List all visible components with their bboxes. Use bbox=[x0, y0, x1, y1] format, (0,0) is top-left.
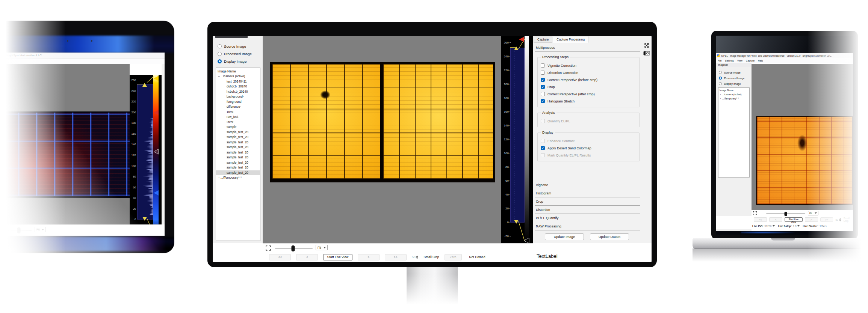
menu-settings[interactable]: Settings bbox=[725, 59, 734, 62]
live-setting-live-f-stop-[interactable]: Live f-stop:1.8 bbox=[778, 225, 800, 227]
accordion-crop[interactable]: Crop bbox=[535, 197, 640, 206]
chevron-right-icon[interactable]: › bbox=[216, 76, 222, 77]
spinner-arrows-icon[interactable] bbox=[416, 256, 418, 259]
tree-item[interactable]: duhdcb_20240 bbox=[216, 84, 260, 89]
transport-next-fast-button[interactable]: >> bbox=[820, 217, 833, 222]
tree-item[interactable]: difference- bbox=[216, 104, 260, 110]
update-dataset-button[interactable]: Update Dataet bbox=[590, 233, 629, 240]
transport-prev-button[interactable]: < bbox=[769, 217, 782, 222]
tree-item[interactable]: sample_test_20 bbox=[216, 150, 260, 155]
transport-next-button[interactable]: > bbox=[805, 217, 818, 222]
tree-item[interactable]: hcbeh,b_20240 bbox=[216, 89, 260, 95]
tree-root[interactable]: ›...\camera (active) bbox=[718, 92, 749, 96]
tree-item[interactable]: sample_test_20 bbox=[216, 145, 260, 150]
tree-item[interactable]: raw_test bbox=[216, 114, 260, 120]
transport-next-button[interactable]: > bbox=[358, 254, 380, 260]
update-image-button[interactable]: Update Image bbox=[545, 233, 584, 240]
checkbox-distortion-correction[interactable]: Distortion Correction bbox=[541, 69, 636, 76]
checkbox-box[interactable] bbox=[541, 63, 545, 68]
tree-item[interactable]: sample_test_20 bbox=[216, 135, 260, 140]
radio-option-source-image[interactable]: Source Image bbox=[218, 44, 252, 48]
transport-start-live-view-button[interactable]: Start Live View bbox=[323, 254, 352, 260]
tree-item[interactable]: background- bbox=[216, 94, 260, 99]
tree-item[interactable]: 1test bbox=[216, 110, 260, 115]
chevron-right-icon[interactable]: › bbox=[218, 175, 219, 181]
tree-item[interactable]: sample_test_20 bbox=[216, 160, 260, 166]
laptop-zoom-slider-thumb[interactable] bbox=[785, 212, 787, 216]
radio-option-processed-image[interactable]: Processed Image bbox=[218, 52, 252, 56]
tree-item[interactable]: test_20240411 bbox=[216, 79, 260, 84]
zoom-slider-thumb[interactable] bbox=[292, 245, 295, 251]
tab-capture[interactable]: Capture bbox=[534, 36, 552, 43]
tree-item[interactable]: sample bbox=[216, 125, 260, 130]
transport-prev-button[interactable]: < bbox=[296, 254, 318, 260]
checkbox-box[interactable] bbox=[541, 153, 545, 157]
accordion-distortion[interactable]: Distortion bbox=[535, 206, 640, 214]
checkbox-box[interactable] bbox=[541, 139, 545, 143]
expand-icon[interactable] bbox=[644, 43, 649, 48]
checkbox-mark-quantify-el-pl-results[interactable]: Mark Quantify EL/PL Results bbox=[541, 152, 636, 159]
radio-dot[interactable] bbox=[719, 77, 722, 80]
accordion-pl-el-quantify[interactable]: PL/EL Quantify bbox=[535, 214, 640, 222]
radio-dot[interactable] bbox=[218, 59, 222, 63]
fullscreen-icon[interactable] bbox=[753, 211, 757, 215]
radio-dot[interactable] bbox=[218, 52, 222, 56]
radio-dot[interactable] bbox=[218, 44, 222, 48]
checkbox-box[interactable] bbox=[541, 92, 545, 96]
tree-item[interactable]: 2test bbox=[216, 120, 260, 125]
laptop-image-name-tree[interactable]: Image Name ›...\camera (active)›...\Temp… bbox=[718, 87, 750, 178]
checkbox-correct-perspective-before-crop-[interactable]: ✓Correct Perspective (before crop) bbox=[541, 76, 636, 83]
checkbox-correct-perspective-after-crop-[interactable]: Correct Perspective (after crop) bbox=[541, 90, 636, 98]
checkbox-box[interactable] bbox=[541, 119, 545, 123]
step-spinner[interactable]: 50 bbox=[835, 218, 841, 221]
tablet-histogram-stretch-panel[interactable]: 260240220200180160140120100806040200-20 bbox=[130, 75, 162, 236]
radio-option-processed-image[interactable]: Processed Image bbox=[719, 77, 744, 80]
checkbox-box[interactable]: ✓ bbox=[541, 146, 545, 150]
accordion-vignette[interactable]: Vignette bbox=[535, 181, 640, 189]
zoom-slider[interactable] bbox=[275, 248, 313, 249]
fullscreen-icon[interactable] bbox=[266, 245, 271, 251]
transport-prev-fast-button[interactable]: << bbox=[754, 217, 767, 222]
spin-down-icon[interactable] bbox=[416, 257, 418, 259]
tree-item[interactable]: sample_test_20 bbox=[216, 140, 260, 145]
accordion-histogram[interactable]: Histogram bbox=[535, 189, 640, 197]
transport-start-live-view-button[interactable]: Start Live View bbox=[785, 217, 803, 222]
tree-item[interactable]: sample_test_20 bbox=[216, 130, 260, 135]
tablet-zoom-slider-thumb[interactable] bbox=[17, 227, 20, 233]
laptop-zoom-slider[interactable] bbox=[766, 213, 805, 214]
menu-capture[interactable]: Capture bbox=[746, 59, 755, 62]
spin-up-icon[interactable] bbox=[416, 256, 418, 257]
step-spinner[interactable]: 50 bbox=[412, 255, 418, 259]
checkbox-box[interactable]: ✓ bbox=[541, 85, 545, 89]
tablet-fit-dropdown[interactable]: Fit bbox=[35, 227, 46, 232]
accordion-raw-processing[interactable]: RAW Processing bbox=[535, 222, 640, 230]
fit-dropdown[interactable]: Fit bbox=[316, 245, 328, 250]
radio-option-display-image[interactable]: Display Image bbox=[719, 82, 744, 85]
camera-icon[interactable] bbox=[643, 51, 650, 56]
radio-option-display-image[interactable]: Display Image bbox=[218, 59, 252, 63]
checkbox-box[interactable] bbox=[541, 71, 545, 75]
tree-root-temporary[interactable]: ›...\Temporary* * bbox=[216, 175, 260, 181]
tab-capture-processing[interactable]: Capture Processing bbox=[553, 36, 588, 43]
radio-option-source-image[interactable]: Source Image bbox=[719, 71, 744, 74]
checkbox-quantify-el-pl[interactable]: Quantify EL/PL bbox=[541, 117, 636, 125]
laptop-image-viewer[interactable] bbox=[752, 64, 853, 210]
tree-item[interactable]: sample_test_20 bbox=[216, 170, 260, 176]
checkbox-vignette-correction[interactable]: Vignette Correction bbox=[541, 62, 636, 69]
transport-prev-fast-button[interactable]: << bbox=[269, 254, 291, 260]
image-viewer[interactable] bbox=[263, 36, 501, 243]
zero-button[interactable]: Zero bbox=[445, 254, 462, 260]
tree-item[interactable]: sample_test_20 bbox=[216, 155, 260, 160]
tablet-zoom-slider[interactable] bbox=[8, 230, 32, 231]
checkbox-histogram-stretch[interactable]: ✓Histogram Stretch bbox=[541, 98, 636, 105]
tree-root-camera[interactable]: ›...\camera (active) bbox=[216, 74, 260, 79]
live-setting-live-iso-[interactable]: Live ISO:51200 bbox=[752, 225, 775, 227]
image-name-tree[interactable]: Image Name ›...\camera (active)test_2024… bbox=[216, 68, 260, 241]
tree-item[interactable]: sample_test_20 bbox=[216, 165, 260, 170]
chevron-right-icon[interactable]: › bbox=[720, 96, 721, 101]
spin-down-icon[interactable] bbox=[839, 220, 841, 221]
checkbox-box[interactable]: ✓ bbox=[541, 99, 545, 103]
transport-next-fast-button[interactable]: >> bbox=[385, 254, 407, 260]
menu-view[interactable]: View bbox=[737, 59, 742, 62]
checkbox-apply-desert-sand-colormap[interactable]: ✓Apply Desert Sand Colormap bbox=[541, 144, 636, 152]
